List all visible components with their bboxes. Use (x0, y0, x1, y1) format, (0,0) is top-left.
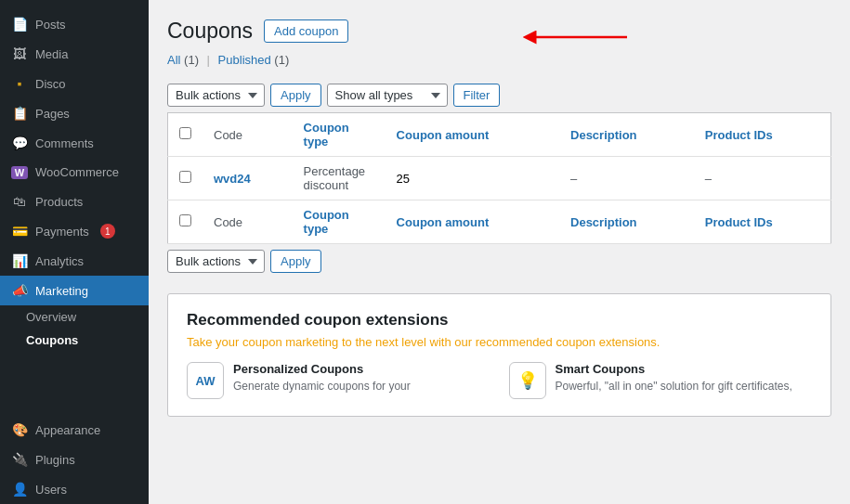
coupons-table: Code Coupon type Coupon amount Descripti… (167, 112, 831, 244)
products-icon: 🛍 (11, 194, 28, 209)
sidebar-item-disco[interactable]: ▪ Disco (0, 69, 149, 98)
arrow-svg (520, 26, 632, 63)
th-product-ids: Product IDs (694, 113, 831, 157)
sidebar-item-comments[interactable]: 💬 Comments (0, 128, 149, 158)
filter-published-count: (1) (274, 53, 289, 67)
filter-published-label: Published (218, 53, 271, 67)
sidebar-subitem-label: Overview (26, 310, 76, 324)
select-all-checkbox[interactable] (179, 127, 191, 139)
th-checkbox (168, 113, 203, 157)
td-code: wvd24 (203, 157, 293, 200)
marketing-icon: 📣 (11, 283, 28, 298)
extensions-grid: AW Personalized Coupons Generate dynamic… (187, 362, 812, 399)
apply-button-bottom[interactable]: Apply (270, 250, 321, 273)
sidebar-item-pages[interactable]: 📋 Pages (0, 98, 149, 128)
payments-icon: 💳 (11, 224, 28, 239)
tf-product-ids: Product IDs (694, 200, 831, 244)
add-coupon-button[interactable]: Add coupon (264, 19, 348, 43)
apply-button-top[interactable]: Apply (270, 84, 321, 107)
personalized-icon: AW (187, 362, 224, 399)
select-all-footer-checkbox[interactable] (179, 214, 191, 226)
personalized-info: Personalized Coupons Generate dynamic co… (233, 362, 411, 394)
main-content: Coupons Add coupon All (1) | Published (… (149, 0, 850, 504)
filter-separator: | (207, 53, 210, 67)
filter-button[interactable]: Filter (453, 84, 501, 107)
personalized-desc: Generate dynamic coupons for your (233, 379, 411, 394)
extension-card-personalized: AW Personalized Coupons Generate dynamic… (187, 362, 490, 399)
sidebar-subitem-coupons[interactable]: Coupons (0, 329, 149, 352)
tf-coupon-amount: Coupon amount (386, 200, 559, 244)
sidebar-item-label: Posts (35, 18, 66, 32)
page-header: Coupons Add coupon (167, 19, 831, 44)
sidebar-item-label: Marketing (35, 284, 88, 298)
sidebar-item-media[interactable]: 🖼 Media (0, 39, 149, 69)
sidebar-subitem-overview[interactable]: Overview (0, 305, 149, 329)
plugins-icon: 🔌 (11, 452, 28, 467)
pages-icon: 📋 (11, 106, 28, 121)
comments-icon: 💬 (11, 136, 28, 150)
sidebar-item-users[interactable]: 👤 Users (0, 474, 149, 504)
row-checkbox[interactable] (179, 171, 191, 183)
sidebar-item-payments[interactable]: 💳 Payments 1 (0, 216, 149, 246)
sidebar-item-plugins[interactable]: 🔌 Plugins (0, 445, 149, 474)
tf-checkbox (168, 200, 203, 244)
sidebar-item-posts[interactable]: 📄 Posts (0, 9, 149, 39)
td-coupon-type: Percentage discount (293, 157, 386, 200)
sidebar-item-label: Analytics (35, 254, 84, 268)
sidebar-subitem-label: Coupons (26, 333, 78, 347)
sidebar-item-label: Payments (35, 225, 89, 239)
tf-coupon-type: Coupon type (293, 200, 386, 244)
sidebar-item-analytics[interactable]: 📊 Analytics (0, 246, 149, 276)
recommended-subtitle: Take your coupon marketing to the next l… (187, 335, 812, 349)
bulk-actions-select-top[interactable]: Bulk actions (167, 84, 265, 107)
sidebar-item-label: WooCommerce (35, 165, 119, 179)
td-description: – (559, 157, 694, 200)
sidebar-item-label: Plugins (35, 453, 75, 467)
td-checkbox (168, 157, 203, 200)
td-product-ids: – (694, 157, 831, 200)
sidebar: 📄 Posts 🖼 Media ▪ Disco 📋 Pages 💬 Commen… (0, 0, 149, 504)
filter-published[interactable]: Published (1) (218, 53, 290, 67)
disco-icon: ▪ (11, 76, 28, 91)
filter-tabs: All (1) | Published (1) (167, 53, 831, 67)
personalized-name: Personalized Coupons (233, 362, 411, 376)
table-footer-row: Code Coupon type Coupon amount Descripti… (168, 200, 831, 244)
users-icon: 👤 (11, 482, 28, 497)
appearance-icon: 🎨 (11, 422, 28, 437)
filter-all-label: All (167, 53, 180, 67)
recommended-title: Recommended coupon extensions (187, 311, 812, 330)
analytics-icon: 📊 (11, 253, 28, 268)
media-icon: 🖼 (11, 46, 28, 61)
table-header-row: Code Coupon type Coupon amount Descripti… (168, 113, 831, 157)
page-title: Coupons (167, 19, 253, 44)
sidebar-item-marketing[interactable]: 📣 Marketing (0, 276, 149, 305)
filter-all[interactable]: All (1) (167, 53, 203, 67)
tf-description: Description (559, 200, 694, 244)
posts-icon: 📄 (11, 17, 28, 32)
td-coupon-amount: 25 (386, 157, 559, 200)
coupon-code-link[interactable]: wvd24 (214, 172, 251, 186)
sidebar-item-label: Appearance (35, 423, 100, 437)
woocommerce-icon: W (11, 166, 28, 179)
th-coupon-type: Coupon type (293, 113, 386, 157)
recommended-section: Recommended coupon extensions Take your … (167, 293, 831, 417)
table-row: wvd24 Percentage discount 25 – – (168, 157, 831, 200)
sidebar-item-appearance[interactable]: 🎨 Appearance (0, 415, 149, 445)
sidebar-item-label: Pages (35, 107, 70, 121)
extension-card-smart: 💡 Smart Coupons Powerful, "all in one" s… (509, 362, 813, 399)
sidebar-item-label: Disco (35, 77, 66, 91)
th-coupon-amount: Coupon amount (386, 113, 559, 157)
th-code: Code (203, 113, 293, 157)
sidebar-item-products[interactable]: 🛍 Products (0, 187, 149, 216)
bulk-actions-select-bottom[interactable]: Bulk actions (167, 250, 265, 273)
show-all-types-select[interactable]: Show all types (327, 84, 448, 107)
sidebar-item-label: Products (35, 195, 83, 209)
payments-badge: 1 (100, 224, 115, 239)
smart-icon: 💡 (509, 362, 546, 399)
smart-name: Smart Coupons (556, 362, 792, 376)
sidebar-item-woocommerce[interactable]: W WooCommerce (0, 158, 149, 187)
top-toolbar: Bulk actions Apply Show all types Filter (167, 78, 831, 112)
bottom-toolbar: Bulk actions Apply (167, 244, 831, 278)
sidebar-item-label: Media (35, 47, 68, 61)
sidebar-item-label: Users (35, 483, 67, 497)
